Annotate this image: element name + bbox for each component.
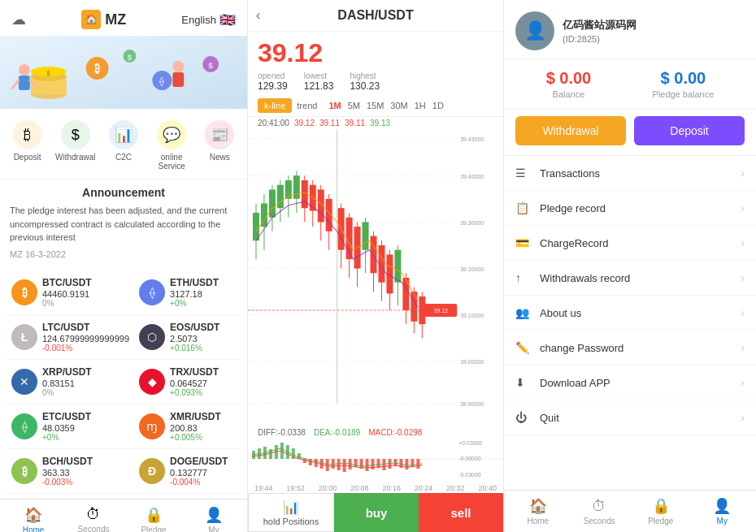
hold-positions-button[interactable]: 📊 hold Positions: [248, 493, 334, 532]
list-item[interactable]: Ð DOGE/USDT 0.132777 -0.004%: [134, 449, 241, 494]
left-nav-pledge[interactable]: 🔒 Pledge: [124, 506, 184, 533]
menu-item-quit[interactable]: ⏻ Quit ›: [504, 400, 756, 435]
nav-item-service[interactable]: 💬 online Service: [150, 120, 194, 171]
price-stats: opened 129.39 lowest 121.83 highest 130.…: [258, 71, 493, 92]
svg-text:₿: ₿: [94, 62, 100, 75]
pledge-label: Pledge: [648, 517, 673, 526]
balance-amount: $ 0.00: [546, 69, 592, 88]
ltc-icon: Ł: [11, 324, 37, 350]
opened-value: 129.39: [258, 80, 288, 92]
list-item[interactable]: ⟠ ETC/USDT 48.0359 +0%: [7, 404, 134, 449]
news-icon: 📰: [205, 120, 234, 149]
menu-item-pledge-record[interactable]: 📋 Pledge record ›: [504, 191, 756, 226]
btc-pair: BTC/USDT: [42, 277, 129, 288]
svg-rect-96: [337, 459, 341, 470]
action-buttons: Withdrawal Deposit: [504, 110, 756, 156]
list-item[interactable]: ✕ XRP/USDT 0.83151 0%: [7, 360, 134, 404]
trend-button[interactable]: trend: [297, 101, 317, 110]
arrow-icon: ›: [741, 411, 745, 424]
pledge-balance-label: Pledge balance: [653, 89, 715, 99]
left-nav-seconds[interactable]: ⏱ Seconds: [63, 506, 124, 532]
doge-info: DOGE/USDT 0.132777 -0.004%: [170, 456, 236, 487]
eos-icon: ⬡: [139, 324, 165, 350]
svg-rect-77: [411, 292, 417, 322]
svg-text:+0.03000: +0.03000: [458, 440, 482, 446]
eth-icon: ⟠: [139, 279, 165, 305]
nav-item-deposit[interactable]: ₿ Deposit: [5, 120, 50, 171]
banner-area: ₿ ₿ ⟠ $ $: [0, 36, 247, 109]
list-item[interactable]: ◆ TRX/USDT 0.064527 +0.093%: [134, 360, 241, 404]
doge-icon: Ð: [139, 458, 165, 484]
hold-label: hold Positions: [263, 517, 319, 526]
back-icon[interactable]: ☁: [11, 11, 26, 28]
mid-back-icon[interactable]: ‹: [256, 8, 260, 23]
xmr-info: XMR/USDT 200.83 +0.005%: [170, 411, 236, 442]
tab-1d[interactable]: 1D: [432, 101, 444, 110]
withdrawal-label: Withdrawal: [55, 153, 95, 162]
etc-icon: ⟠: [11, 413, 37, 439]
news-label: News: [210, 153, 230, 162]
announcement-date: MZ 16-3-2022: [10, 249, 237, 259]
tab-1h[interactable]: 1H: [415, 101, 426, 110]
language-selector[interactable]: English 🇬🇧: [181, 12, 236, 28]
right-nav-my[interactable]: 👤 My: [692, 497, 754, 526]
price-tag4: 39.13: [370, 119, 390, 128]
price-tag3: 39.11: [345, 119, 365, 128]
mid-title: DASH/USDT: [337, 8, 413, 23]
trx-icon: ◆: [139, 369, 165, 395]
nav-item-c2c[interactable]: 📊 C2C: [101, 120, 146, 171]
deposit-label: Deposit: [14, 153, 41, 162]
seconds-icon: ⏱: [86, 506, 101, 523]
list-item[interactable]: ⟠ ETH/USDT 3127.18 +0%: [134, 270, 241, 315]
list-item[interactable]: ⬡ EOS/USDT 2.5073 +0.016%: [134, 315, 241, 360]
tab-5m[interactable]: 5M: [348, 101, 360, 110]
nav-item-withdrawal[interactable]: $ Withdrawal: [53, 120, 98, 171]
svg-rect-7: [19, 76, 30, 90]
time-labels-row: 19:44 19:52 20:00 20:08 20:16 20:24 20:3…: [248, 483, 503, 493]
svg-rect-102: [371, 459, 375, 469]
menu-item-about[interactable]: 👥 About us ›: [504, 296, 756, 331]
btc-info: BTC/USDT 44460.9191 0%: [42, 277, 129, 308]
nav-item-news[interactable]: 📰 News: [198, 120, 242, 171]
menu-item-change-password[interactable]: ✏️ change Password ›: [504, 331, 756, 365]
opened-stat: opened 129.39: [258, 71, 288, 92]
menu-item-download-app[interactable]: ⬇ Download APP ›: [504, 365, 756, 400]
list-item[interactable]: Ł LTC/USDT 124.67999999999999 -0.001%: [7, 315, 134, 360]
profile-info: 亿码酱站源码网 (ID:2825): [563, 18, 637, 44]
right-panel: 👤 亿码酱站源码网 (ID:2825) $ 0.00 Balance $ 0.0…: [504, 0, 756, 532]
withdrawal-button[interactable]: Withdrawal: [515, 116, 626, 145]
doge-change: -0.004%: [170, 478, 236, 487]
list-item[interactable]: ɱ XMR/USDT 200.83 +0.005%: [134, 404, 241, 449]
deposit-icon: ₿: [13, 120, 42, 149]
macd-area: DIFF:-0.0338 DEA:-0.0189 MACD:-0.0298: [248, 426, 503, 483]
sell-button[interactable]: sell: [419, 493, 503, 532]
left-nav-my[interactable]: 👤 My: [184, 506, 244, 533]
bch-change: -0.003%: [42, 478, 129, 487]
menu-item-charge-record[interactable]: 💳 ChargeRecord ›: [504, 226, 756, 261]
profile-section: 👤 亿码酱站源码网 (ID:2825): [504, 0, 756, 59]
k-line-button[interactable]: k-line: [258, 98, 292, 113]
tab-1m[interactable]: 1M: [328, 101, 341, 110]
announcement-section: Announcement The pledge interest has bee…: [0, 179, 247, 266]
right-nav-seconds[interactable]: ⏱ Seconds: [569, 498, 631, 526]
menu-item-transactions[interactable]: ☰ Transactions ›: [504, 156, 756, 191]
list-item[interactable]: ₿ BCH/USDT 363.33 -0.003%: [7, 449, 134, 494]
svg-text:$: $: [208, 61, 213, 70]
tab-30m[interactable]: 30M: [390, 101, 407, 110]
crypto-list: ₿ BTC/USDT 44460.9191 0% ⟠ ETH/USDT 3127…: [0, 266, 247, 499]
logo-icon: 🏠: [81, 10, 101, 29]
right-nav-home[interactable]: 🏠 Home: [507, 497, 569, 526]
home-label: Home: [527, 517, 549, 526]
time-label-row: 20:41:00 39.12 39.11 39.11 39.13: [248, 117, 503, 129]
time-tabs: 1M 5M 15M 30M 1H 1D: [328, 101, 444, 110]
left-nav-home[interactable]: 🏠 Home: [3, 506, 63, 533]
xrp-change: 0%: [42, 388, 129, 397]
menu-item-withdrawals-record[interactable]: ↑ Withdrawals record ›: [504, 261, 756, 296]
transactions-icon: ☰: [515, 167, 532, 179]
deposit-button[interactable]: Deposit: [634, 116, 745, 145]
buy-button[interactable]: buy: [334, 493, 419, 532]
right-nav-pledge[interactable]: 🔒 Pledge: [630, 497, 692, 526]
tab-15m[interactable]: 15M: [367, 101, 384, 110]
list-item[interactable]: ₿ BTC/USDT 44460.9191 0%: [7, 270, 134, 315]
macd-labels: DIFF:-0.0338 DEA:-0.0189 MACD:-0.0298: [248, 426, 503, 439]
